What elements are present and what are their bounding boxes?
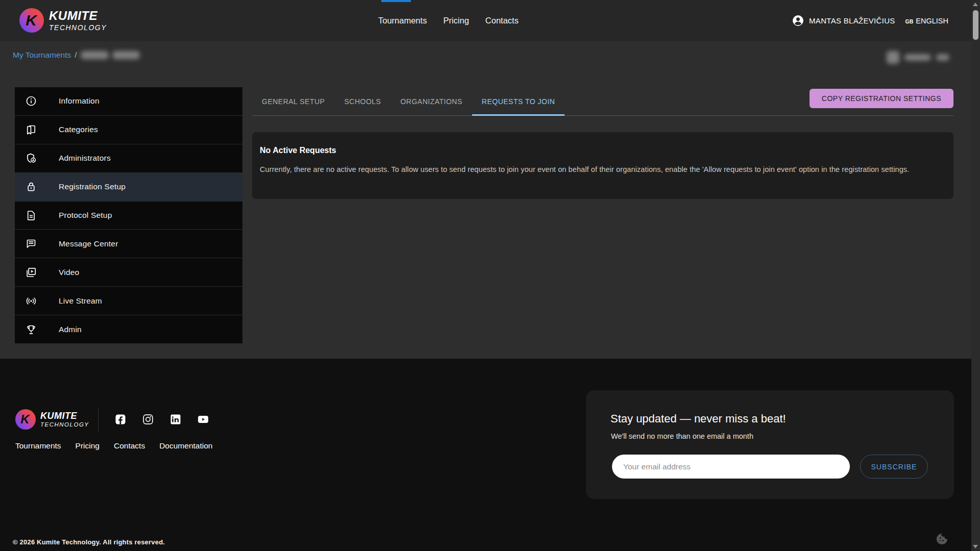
newsletter-card: Stay updated — never miss a beat! We'll … [586,390,954,499]
footer-link-documentation[interactable]: Documentation [159,441,212,450]
tab-requests-to-join[interactable]: REQUESTS TO JOIN [472,87,565,115]
tab-general-setup[interactable]: GENERAL SETUP [252,87,334,115]
no-active-requests-card: No Active Requests Currently, there are … [252,132,953,199]
document-icon [25,209,37,221]
scrollbar [971,0,980,551]
language-code: GB [905,18,914,24]
copy-registration-settings-button[interactable]: COPY REGISTRATION SETTINGS [810,89,953,108]
user-name: MANTAS BLAŽEVIČIUS [809,16,895,25]
youtube-icon[interactable] [197,413,209,425]
newsletter-subtitle: We'll send no more than one email a mont… [611,432,753,440]
newsletter-email-input[interactable] [612,455,850,479]
video-icon [25,266,37,279]
footer-link-tournaments[interactable]: Tournaments [15,441,61,450]
footer-links: Tournaments Pricing Contacts Documentati… [15,441,212,450]
sidebar-item-admin[interactable]: Admin [15,315,242,343]
kumite-logo-icon: K [15,409,36,430]
empty-state-title: No Active Requests [260,146,945,155]
footer-brand-name: KUMITE [40,411,89,420]
footer-link-pricing[interactable]: Pricing [76,441,100,450]
calendar-icon [887,51,899,64]
redacted-tournament-name [81,51,109,59]
instagram-icon[interactable] [142,413,154,425]
sidebar-item-categories[interactable]: Categories [15,115,242,144]
nav-tournaments[interactable]: Tournaments [378,16,427,26]
categories-icon [25,123,37,136]
copyright-text: © 2026 Kumite Technology. All rights res… [13,538,165,546]
brand-logo[interactable]: K KUMITE TECHNOLOGY [19,8,107,33]
sidebar-item-registration-setup[interactable]: Registration Setup [15,172,242,201]
registration-tabs: GENERAL SETUP SCHOOLS ORGANIZATIONS REQU… [252,87,953,116]
subscribe-button[interactable]: SUBSCRIBE [860,455,928,479]
user-area: MANTAS BLAŽEVIČIUS GB ENGLISH [792,0,948,41]
cookie-settings-icon[interactable] [935,532,949,546]
empty-state-message: Currently, there are no active requests.… [260,165,945,173]
top-header: K KUMITE TECHNOLOGY Tournaments Pricing … [0,0,980,41]
sidebar-item-protocol-setup[interactable]: Protocol Setup [15,201,242,230]
breadcrumb-separator: / [75,51,77,60]
facebook-icon[interactable] [114,413,127,425]
footer-brand-subtitle: TECHNOLOGY [40,422,89,428]
redacted-tournament-name [112,51,140,59]
breadcrumb-my-tournaments[interactable]: My Tournaments [13,51,71,60]
scrollbar-down-arrow[interactable] [973,545,978,548]
language-switcher[interactable]: GB ENGLISH [905,17,948,25]
admin-shield-icon [25,152,37,164]
trophy-icon [25,323,37,336]
brand-name: KUMITE [49,10,107,22]
live-stream-icon [25,295,37,307]
sidebar-item-information[interactable]: Information [15,87,242,115]
footer-brand-logo[interactable]: K KUMITE TECHNOLOGY [15,409,89,430]
brand-subtitle: TECHNOLOGY [49,24,107,31]
redacted-date-badge [887,49,953,65]
tab-schools[interactable]: SCHOOLS [334,87,390,115]
page: K KUMITE TECHNOLOGY Tournaments Pricing … [0,0,980,551]
message-icon [25,238,37,250]
user-menu[interactable]: MANTAS BLAŽEVIČIUS [792,14,895,27]
footer-link-contacts[interactable]: Contacts [114,441,145,450]
main-nav: Tournaments Pricing Contacts [378,0,519,41]
nav-contacts[interactable]: Contacts [485,16,519,26]
kumite-logo-icon: K [19,8,44,33]
sidebar-item-live-stream[interactable]: Live Stream [15,286,242,315]
info-icon [25,95,37,107]
tab-organizations[interactable]: ORGANIZATIONS [390,87,472,115]
language-label: ENGLISH [916,17,948,25]
breadcrumb: My Tournaments / [13,51,140,60]
newsletter-title: Stay updated — never miss a beat! [610,412,786,425]
tournament-sidebar: Information Categories Ad [15,87,242,343]
nav-pricing[interactable]: Pricing [443,16,469,26]
linkedin-icon[interactable] [169,413,182,425]
sidebar-item-video[interactable]: Video [15,258,242,286]
scrollbar-thumb[interactable] [973,10,978,40]
sidebar-item-message-center[interactable]: Message Center [15,229,242,258]
footer-divider [98,408,99,433]
footer: K KUMITE TECHNOLOGY [0,359,980,551]
lock-icon [25,181,37,193]
social-links [114,413,209,425]
user-avatar-icon [792,14,804,27]
scrollbar-up-arrow[interactable] [973,3,978,6]
sidebar-item-administrators[interactable]: Administrators [15,144,242,172]
